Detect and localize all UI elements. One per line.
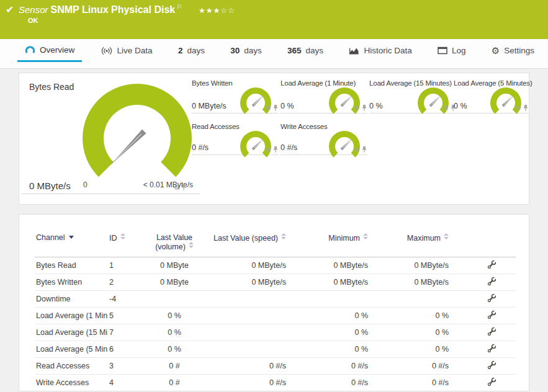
sensor-kind-label: Sensor: [19, 4, 48, 15]
tab-bar: Overview Live Data 2 days 30 days 365 da…: [0, 39, 548, 69]
pin-icon[interactable]: [523, 104, 529, 112]
table-row: Load Average (1 Min... 5 0 % 0 % 0 %: [35, 308, 516, 324]
gauge-cell-load-average-1-minute: Load Average (1 Minute) 0 % ⚙: [281, 79, 367, 114]
gauge-value: 0 MByte/s: [29, 180, 71, 191]
tab-historic-data[interactable]: Historic Data: [341, 39, 419, 62]
table-row: Bytes Read 1 0 MByte 0 MByte/s 0 MByte/s…: [35, 257, 516, 274]
header-last-value-volume[interactable]: Last Value (volume): [146, 233, 202, 257]
header-actions: [450, 233, 516, 257]
pin-icon[interactable]: [272, 104, 279, 112]
wrench-icon[interactable]: [487, 327, 496, 336]
cell-maximum: 0 MByte/s: [369, 274, 450, 291]
tab-30-days[interactable]: 30 days: [223, 39, 269, 62]
tab-2-days[interactable]: 2 days: [171, 39, 212, 62]
tab-live-data[interactable]: Live Data: [93, 39, 160, 62]
table-row: Downtime -4: [35, 291, 516, 308]
tab-label: days: [306, 46, 324, 55]
gauge-value: 0 #/s: [281, 143, 297, 152]
gauge-scale-min: 0: [83, 180, 88, 189]
cell-maximum: 0 #/s: [369, 358, 450, 375]
header-maximum[interactable]: Maximum: [369, 233, 450, 257]
gauge-value: 0 MByte/s: [192, 102, 227, 110]
pin-icon[interactable]: [361, 104, 367, 112]
header-id[interactable]: ID: [108, 233, 146, 257]
cell-maximum: 0 %: [369, 341, 450, 358]
table-row: Load Average (15 Mi... 7 0 % 0 % 0 %: [35, 324, 516, 341]
gauge-cell-load-average-5-minutes: Load Average (5 Minutes) 0 % ⚙: [454, 79, 529, 114]
live-data-icon: [101, 47, 113, 55]
gear-icon[interactable]: ⚙: [354, 105, 360, 112]
stars-filled[interactable]: ★★★: [199, 6, 220, 15]
gauge-cell-read-accesses: Read Accesses 0 #/s ⚙: [192, 123, 279, 155]
cell-channel: Write Accesses: [35, 375, 108, 391]
wrench-icon[interactable]: [487, 260, 496, 269]
cell-maximum: 0 %: [369, 308, 450, 324]
cell-maximum: 0 #/s: [369, 375, 450, 391]
header-minimum[interactable]: Minimum: [287, 233, 369, 257]
cell-volume: 0 %: [146, 324, 202, 341]
cell-minimum: 0 #/s: [287, 375, 369, 391]
cell-speed: [202, 308, 287, 324]
cell-minimum: [287, 291, 369, 308]
gauge-cell-bytes-written: Bytes Written 0 MByte/s ⚙: [192, 79, 279, 114]
table-header-row: Channel ID Last Value (volume) Last Valu…: [35, 233, 516, 257]
cell-speed: 0 #/s: [202, 358, 287, 375]
channels-panel: Channel ID Last Value (volume) Last Valu…: [19, 214, 529, 391]
tab-settings[interactable]: ⚙ Settings: [484, 39, 542, 62]
tab-label: Overview: [40, 45, 74, 55]
prtg-sensor-page: ✔ SensorSNMP Linux Physical Disk⚐★★★☆☆ O…: [0, 0, 548, 392]
gear-icon[interactable]: ⚙: [265, 105, 271, 112]
log-window-icon: [438, 47, 447, 55]
stars-empty[interactable]: ☆☆: [220, 6, 235, 15]
cell-minimum: 0 MByte/s: [287, 274, 369, 291]
sensor-title: SNMP Linux Physical Disk: [51, 4, 176, 15]
table-row: Load Average (5 Min... 6 0 % 0 % 0 %: [35, 341, 516, 358]
cell-id: 5: [108, 308, 146, 324]
cell-channel: Load Average (15 Mi...: [35, 324, 108, 341]
wrench-icon[interactable]: [487, 377, 496, 386]
gauge-cell-load-average-15-minutes: Load Average (15 Minutes) 0 % ⚙: [369, 79, 456, 114]
priority-stars[interactable]: ★★★☆☆: [199, 6, 235, 15]
pin-icon[interactable]: [272, 146, 279, 153]
cell-minimum: 0 %: [287, 308, 369, 324]
wrench-icon[interactable]: [487, 360, 496, 370]
gear-icon: ⚙: [492, 46, 500, 55]
gear-icon[interactable]: ⚙: [515, 105, 521, 112]
gear-icon[interactable]: ⚙: [265, 146, 271, 153]
status-badge: OK: [28, 17, 38, 24]
table-row: Read Accesses 3 0 # 0 #/s 0 #/s 0 #/s: [35, 358, 516, 375]
sort-icon: [189, 242, 194, 248]
gear-icon[interactable]: ⚙: [173, 184, 179, 191]
gauge-value: 0 %: [454, 102, 467, 110]
gear-icon[interactable]: ⚙: [442, 105, 449, 112]
wrench-icon[interactable]: [487, 293, 496, 303]
tab-log[interactable]: Log: [430, 39, 474, 62]
wrench-icon[interactable]: [487, 310, 496, 319]
cell-volume: [146, 291, 202, 308]
pin-icon[interactable]: [181, 184, 187, 191]
gear-icon[interactable]: ⚙: [354, 146, 360, 153]
channels-table: Channel ID Last Value (volume) Last Valu…: [35, 233, 516, 391]
gauge-cell-bytes-read: Bytes Read 0 < 0.01 MByte/s 0 MByte/s ⚙: [22, 79, 200, 194]
cell-volume: 0 %: [146, 308, 202, 324]
gauge-value: 0 #/s: [192, 143, 209, 152]
gauge-value: 0 %: [369, 102, 383, 110]
pin-icon[interactable]: [361, 146, 367, 153]
cell-id: 4: [108, 375, 146, 391]
wrench-icon[interactable]: [487, 277, 496, 286]
bytes-read-gauge: [80, 81, 194, 179]
cell-volume: 0 MByte: [146, 257, 202, 274]
cell-id: 6: [108, 341, 146, 358]
tab-overview[interactable]: Overview: [17, 39, 82, 62]
tab-number: 30: [230, 46, 240, 55]
cell-minimum: 0 %: [287, 324, 369, 341]
cell-channel: Load Average (1 Min...: [35, 308, 108, 324]
sensor-title-line: SensorSNMP Linux Physical Disk⚐★★★☆☆: [19, 3, 235, 16]
header-last-value-speed[interactable]: Last Value (speed): [202, 233, 287, 257]
sort-icon: [120, 233, 125, 239]
cell-minimum: 0 %: [287, 341, 369, 358]
tab-label: days: [187, 46, 205, 55]
tab-365-days[interactable]: 365 days: [280, 39, 331, 62]
wrench-icon[interactable]: [487, 344, 496, 353]
header-channel[interactable]: Channel: [35, 233, 108, 257]
